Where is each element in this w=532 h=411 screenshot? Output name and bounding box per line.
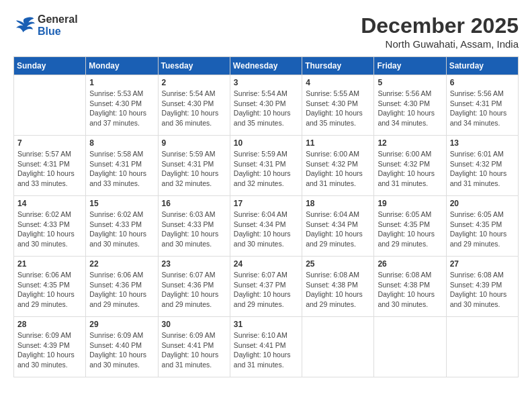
day-info: Sunrise: 6:09 AMSunset: 4:40 PMDaylight:… bbox=[89, 330, 154, 370]
day-number: 27 bbox=[450, 259, 515, 269]
calendar-cell: 2Sunrise: 5:54 AMSunset: 4:30 PMDaylight… bbox=[158, 75, 230, 136]
day-info: Sunrise: 6:10 AMSunset: 4:41 PMDaylight:… bbox=[234, 330, 298, 370]
day-number: 26 bbox=[378, 259, 442, 269]
day-number: 11 bbox=[306, 138, 370, 148]
day-number: 1 bbox=[89, 78, 154, 87]
calendar-cell: 5Sunrise: 5:56 AMSunset: 4:30 PMDaylight… bbox=[374, 75, 446, 136]
day-number: 19 bbox=[378, 199, 442, 208]
week-row-1: 1Sunrise: 5:53 AMSunset: 4:30 PMDaylight… bbox=[14, 75, 519, 136]
logo-text: General Blue bbox=[38, 13, 78, 38]
calendar-cell: 8Sunrise: 5:58 AMSunset: 4:31 PMDaylight… bbox=[86, 136, 158, 196]
calendar-cell: 16Sunrise: 6:03 AMSunset: 4:33 PMDayligh… bbox=[158, 196, 230, 257]
calendar-cell: 1Sunrise: 5:53 AMSunset: 4:30 PMDaylight… bbox=[86, 75, 158, 136]
day-info: Sunrise: 6:05 AMSunset: 4:35 PMDaylight:… bbox=[378, 210, 442, 249]
calendar-cell: 17Sunrise: 6:04 AMSunset: 4:34 PMDayligh… bbox=[230, 196, 302, 257]
day-number: 8 bbox=[89, 138, 154, 148]
calendar-table: SundayMondayTuesdayWednesdayThursdayFrid… bbox=[13, 56, 519, 377]
calendar-cell: 20Sunrise: 6:05 AMSunset: 4:35 PMDayligh… bbox=[446, 196, 518, 257]
calendar-cell: 31Sunrise: 6:10 AMSunset: 4:41 PMDayligh… bbox=[230, 317, 302, 377]
calendar-cell: 11Sunrise: 6:00 AMSunset: 4:32 PMDayligh… bbox=[302, 136, 374, 196]
day-number: 13 bbox=[450, 138, 515, 148]
day-number: 22 bbox=[89, 259, 154, 269]
calendar-cell: 6Sunrise: 5:56 AMSunset: 4:31 PMDaylight… bbox=[446, 75, 518, 136]
title-block: December 2025 North Guwahati, Assam, Ind… bbox=[361, 13, 519, 50]
day-header-wednesday: Wednesday bbox=[230, 57, 302, 75]
calendar-cell: 22Sunrise: 6:06 AMSunset: 4:36 PMDayligh… bbox=[86, 257, 158, 317]
calendar-cell: 24Sunrise: 6:07 AMSunset: 4:37 PMDayligh… bbox=[230, 257, 302, 317]
day-number: 18 bbox=[306, 199, 370, 208]
day-number: 3 bbox=[234, 78, 298, 87]
day-number: 14 bbox=[17, 199, 82, 208]
calendar-cell: 21Sunrise: 6:06 AMSunset: 4:35 PMDayligh… bbox=[14, 257, 86, 317]
day-info: Sunrise: 6:00 AMSunset: 4:32 PMDaylight:… bbox=[378, 149, 442, 189]
calendar-cell: 28Sunrise: 6:09 AMSunset: 4:39 PMDayligh… bbox=[14, 317, 86, 377]
day-info: Sunrise: 6:09 AMSunset: 4:41 PMDaylight:… bbox=[162, 330, 226, 370]
day-info: Sunrise: 6:07 AMSunset: 4:37 PMDaylight:… bbox=[234, 270, 298, 310]
day-info: Sunrise: 5:54 AMSunset: 4:30 PMDaylight:… bbox=[162, 89, 226, 128]
day-number: 24 bbox=[234, 259, 298, 269]
logo-icon bbox=[13, 16, 35, 35]
calendar-cell: 27Sunrise: 6:08 AMSunset: 4:39 PMDayligh… bbox=[446, 257, 518, 317]
calendar-cell: 13Sunrise: 6:01 AMSunset: 4:32 PMDayligh… bbox=[446, 136, 518, 196]
day-info: Sunrise: 6:00 AMSunset: 4:32 PMDaylight:… bbox=[306, 149, 370, 189]
day-info: Sunrise: 6:08 AMSunset: 4:38 PMDaylight:… bbox=[306, 270, 370, 310]
day-header-saturday: Saturday bbox=[446, 57, 518, 75]
day-number: 25 bbox=[306, 259, 370, 269]
calendar-cell: 3Sunrise: 5:54 AMSunset: 4:30 PMDaylight… bbox=[230, 75, 302, 136]
calendar-header-row: SundayMondayTuesdayWednesdayThursdayFrid… bbox=[14, 57, 519, 75]
calendar-cell: 18Sunrise: 6:04 AMSunset: 4:34 PMDayligh… bbox=[302, 196, 374, 257]
day-info: Sunrise: 6:02 AMSunset: 4:33 PMDaylight:… bbox=[17, 210, 82, 249]
day-header-tuesday: Tuesday bbox=[158, 57, 230, 75]
day-info: Sunrise: 6:04 AMSunset: 4:34 PMDaylight:… bbox=[234, 210, 298, 249]
day-info: Sunrise: 5:57 AMSunset: 4:31 PMDaylight:… bbox=[17, 149, 82, 189]
logo: General Blue bbox=[13, 13, 78, 38]
week-row-3: 14Sunrise: 6:02 AMSunset: 4:33 PMDayligh… bbox=[14, 196, 519, 257]
day-info: Sunrise: 6:04 AMSunset: 4:34 PMDaylight:… bbox=[306, 210, 370, 249]
calendar-cell: 30Sunrise: 6:09 AMSunset: 4:41 PMDayligh… bbox=[158, 317, 230, 377]
calendar-cell: 12Sunrise: 6:00 AMSunset: 4:32 PMDayligh… bbox=[374, 136, 446, 196]
calendar-cell: 15Sunrise: 6:02 AMSunset: 4:33 PMDayligh… bbox=[86, 196, 158, 257]
page-header: General Blue December 2025 North Guwahat… bbox=[13, 13, 519, 50]
day-number: 16 bbox=[162, 199, 226, 208]
day-number: 2 bbox=[162, 78, 226, 87]
day-number: 10 bbox=[234, 138, 298, 148]
day-info: Sunrise: 6:08 AMSunset: 4:39 PMDaylight:… bbox=[450, 270, 515, 310]
calendar-cell: 25Sunrise: 6:08 AMSunset: 4:38 PMDayligh… bbox=[302, 257, 374, 317]
day-number: 20 bbox=[450, 199, 515, 208]
day-info: Sunrise: 6:01 AMSunset: 4:32 PMDaylight:… bbox=[450, 149, 515, 189]
week-row-5: 28Sunrise: 6:09 AMSunset: 4:39 PMDayligh… bbox=[14, 317, 519, 377]
week-row-2: 7Sunrise: 5:57 AMSunset: 4:31 PMDaylight… bbox=[14, 136, 519, 196]
day-header-monday: Monday bbox=[86, 57, 158, 75]
calendar-cell bbox=[14, 75, 86, 136]
day-number: 12 bbox=[378, 138, 442, 148]
calendar-cell: 26Sunrise: 6:08 AMSunset: 4:38 PMDayligh… bbox=[374, 257, 446, 317]
day-number: 9 bbox=[162, 138, 226, 148]
calendar-cell bbox=[302, 317, 374, 377]
calendar-cell: 7Sunrise: 5:57 AMSunset: 4:31 PMDaylight… bbox=[14, 136, 86, 196]
day-info: Sunrise: 5:53 AMSunset: 4:30 PMDaylight:… bbox=[89, 89, 154, 128]
calendar-cell bbox=[446, 317, 518, 377]
day-header-friday: Friday bbox=[374, 57, 446, 75]
calendar-cell bbox=[374, 317, 446, 377]
location-subtitle: North Guwahati, Assam, India bbox=[361, 38, 519, 50]
day-info: Sunrise: 5:56 AMSunset: 4:31 PMDaylight:… bbox=[450, 89, 515, 128]
week-row-4: 21Sunrise: 6:06 AMSunset: 4:35 PMDayligh… bbox=[14, 257, 519, 317]
day-number: 17 bbox=[234, 199, 298, 208]
calendar-cell: 9Sunrise: 5:59 AMSunset: 4:31 PMDaylight… bbox=[158, 136, 230, 196]
day-header-sunday: Sunday bbox=[14, 57, 86, 75]
calendar-cell: 23Sunrise: 6:07 AMSunset: 4:36 PMDayligh… bbox=[158, 257, 230, 317]
day-number: 21 bbox=[17, 259, 82, 269]
calendar-cell: 10Sunrise: 5:59 AMSunset: 4:31 PMDayligh… bbox=[230, 136, 302, 196]
calendar-cell: 29Sunrise: 6:09 AMSunset: 4:40 PMDayligh… bbox=[86, 317, 158, 377]
day-info: Sunrise: 5:56 AMSunset: 4:30 PMDaylight:… bbox=[378, 89, 442, 128]
month-year-title: December 2025 bbox=[361, 13, 519, 38]
day-info: Sunrise: 6:09 AMSunset: 4:39 PMDaylight:… bbox=[17, 330, 82, 370]
day-number: 15 bbox=[89, 199, 154, 208]
day-info: Sunrise: 5:54 AMSunset: 4:30 PMDaylight:… bbox=[234, 89, 298, 128]
day-info: Sunrise: 6:07 AMSunset: 4:36 PMDaylight:… bbox=[162, 270, 226, 310]
day-info: Sunrise: 6:02 AMSunset: 4:33 PMDaylight:… bbox=[89, 210, 154, 249]
day-number: 28 bbox=[17, 320, 82, 329]
day-number: 30 bbox=[162, 320, 226, 329]
day-info: Sunrise: 6:06 AMSunset: 4:36 PMDaylight:… bbox=[89, 270, 154, 310]
day-number: 5 bbox=[378, 78, 442, 87]
